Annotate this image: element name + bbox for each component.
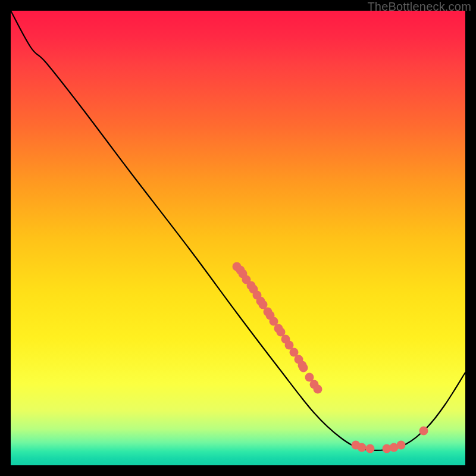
bottleneck-curve: [11, 11, 465, 450]
data-point: [397, 441, 406, 450]
chart-stage: TheBottleneck.com: [0, 0, 476, 476]
data-point: [358, 443, 367, 452]
data-point: [299, 364, 308, 372]
data-point: [419, 427, 428, 436]
data-points: [233, 262, 428, 453]
plot-area: [11, 11, 465, 465]
data-point: [366, 444, 375, 453]
data-point: [314, 385, 322, 394]
curve-layer: [11, 11, 465, 465]
